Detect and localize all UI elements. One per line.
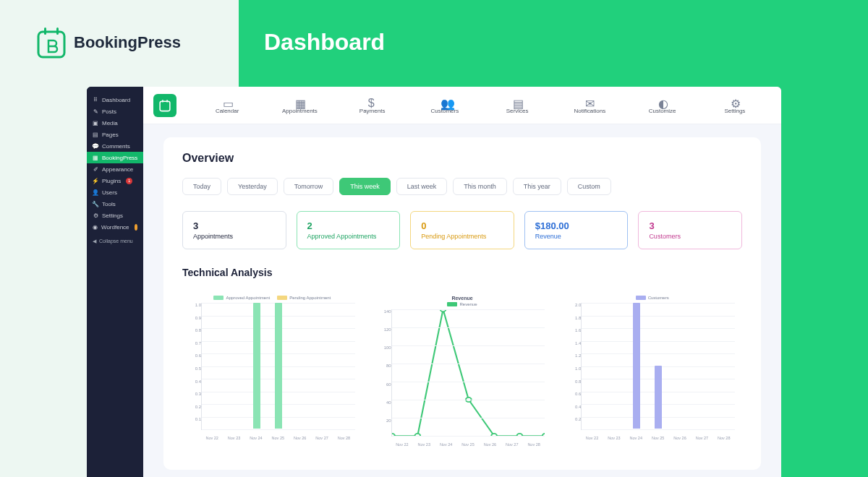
chart-legend: Customers [569, 296, 735, 300]
brand-logo: BookingPress [36, 26, 181, 59]
nav-label: Customers [431, 108, 459, 114]
app-window: ⠿Dashboard✎Posts▣Media▤Pages💬Comments▦Bo… [87, 87, 781, 477]
legend-item: Customers [636, 296, 669, 300]
nav-label: Customize [649, 108, 676, 114]
sidebar-item-media[interactable]: ▣Media [87, 117, 143, 129]
filter-yesterday[interactable]: Yesterday [227, 178, 278, 195]
stat-value: 0 [421, 220, 503, 231]
bp-icon: ▦ [93, 155, 98, 160]
nav-customize[interactable]: ◐Customize [626, 97, 699, 114]
filter-today[interactable]: Today [182, 178, 221, 195]
stat-revenue: $180.00Revenue [524, 211, 629, 249]
stat-label: Customers [649, 233, 731, 240]
pin-icon: ✎ [93, 108, 98, 114]
nav-calendar[interactable]: ▭Calendar [191, 97, 263, 114]
filter-this-month[interactable]: This month [453, 178, 507, 195]
filter-this-week[interactable]: This week [339, 178, 391, 195]
sidebar-item-label: Users [102, 189, 117, 196]
y-axis: 14012010080604020 [380, 309, 391, 447]
nav-appointments[interactable]: ▦Appointments [263, 97, 336, 114]
sidebar-item-label: Tools [102, 201, 116, 207]
filter-tomorrow[interactable]: Tomorrow [284, 178, 334, 195]
shield-icon: ◉ [93, 224, 98, 230]
technical-analysis-title: Technical Analysis [182, 267, 742, 278]
sidebar-item-label: Pages [102, 132, 119, 138]
sidebar-item-users[interactable]: 👤Users [87, 186, 143, 198]
sidebar-item-bookingpress[interactable]: ▦BookingPress [87, 152, 143, 163]
nav-customers[interactable]: 👥Customers [409, 97, 481, 114]
line-chart [392, 309, 545, 436]
payments-icon: $ [368, 97, 377, 106]
filter-last-week[interactable]: Last week [396, 178, 448, 195]
sidebar-item-appearance[interactable]: ✐Appearance [87, 163, 143, 175]
bar [275, 303, 282, 429]
settings-icon: ⚙ [731, 97, 739, 106]
wrench-icon: 🔧 [93, 201, 98, 207]
bar [253, 303, 260, 429]
sidebar-item-plugins[interactable]: ⚡Plugins1 [87, 175, 143, 186]
customers-icon: 👥 [441, 97, 449, 106]
nav-label: Services [506, 108, 529, 114]
gear-icon: ⚙ [93, 212, 98, 218]
sidebar-item-pages[interactable]: ▤Pages [87, 129, 143, 140]
chart-title: Revenue [380, 296, 545, 301]
sidebar-item-comments[interactable]: 💬Comments [87, 140, 143, 152]
chart-legend: Revenue [380, 302, 545, 306]
app-top-nav: ▭Calendar▦Appointments$Payments👥Customer… [143, 87, 781, 124]
stat-label: Revenue [535, 233, 618, 240]
sidebar-item-dashboard[interactable]: ⠿Dashboard [87, 94, 143, 106]
sidebar-item-wordfence[interactable]: ◉Wordfence [87, 221, 143, 233]
nav-payments[interactable]: $Payments [336, 97, 409, 114]
bar [633, 303, 640, 429]
nav-notifications[interactable]: ✉Notifications [553, 97, 626, 114]
chart-card: Customers2.01.81.61.41.21.00.80.60.40.2N… [562, 288, 742, 452]
collapse-menu[interactable]: ◀ Collapse menu [87, 236, 143, 246]
svg-rect-3 [160, 101, 170, 111]
legend-item: Approved Appointment [213, 296, 270, 300]
sidebar-item-label: BookingPress [102, 155, 137, 161]
app-logo[interactable] [153, 94, 176, 117]
brand-text: BookingPress [74, 33, 181, 52]
stat-approved-appointments: 2Approved Appointments [297, 211, 401, 249]
x-axis: Nov 22Nov 23Nov 24Nov 25Nov 26Nov 27Nov … [391, 442, 545, 447]
nav-services[interactable]: ▤Services [481, 97, 553, 114]
legend-item: Revenue [447, 302, 477, 306]
badge [135, 224, 137, 231]
wp-admin-sidebar: ⠿Dashboard✎Posts▣Media▤Pages💬Comments▦Bo… [87, 87, 143, 477]
sidebar-item-label: Dashboard [102, 97, 130, 103]
y-axis: 2.01.81.61.41.21.00.80.60.40.2 [569, 303, 581, 440]
overview-title: Overview [182, 152, 742, 165]
legend-item: Pending Appointment [277, 296, 331, 300]
stat-label: Appointments [193, 233, 276, 240]
nav-label: Calendar [216, 108, 239, 114]
nav-label: Settings [724, 108, 745, 114]
sidebar-item-tools[interactable]: 🔧Tools [87, 198, 143, 210]
calendar-icon: ▭ [223, 97, 231, 106]
brush-icon: ✐ [93, 166, 98, 172]
svg-rect-4 [162, 100, 163, 103]
overview-card: Overview TodayYesterdayTomorrowThis week… [163, 137, 761, 470]
page-icon: ▤ [93, 132, 98, 137]
collapse-label: Collapse menu [99, 239, 133, 244]
filter-this-year[interactable]: This year [513, 178, 561, 195]
sidebar-item-label: Plugins [102, 178, 121, 184]
stat-value: 3 [193, 220, 276, 231]
sidebar-item-label: Posts [102, 108, 116, 115]
services-icon: ▤ [513, 97, 522, 106]
chart-card: RevenueRevenue14012010080604020Nov 22Nov… [373, 288, 553, 452]
plot-area [581, 303, 735, 430]
chart-card: Approved AppointmentPending Appointment1… [182, 288, 362, 452]
plot-area [201, 303, 355, 430]
sidebar-item-posts[interactable]: ✎Posts [87, 106, 143, 117]
filter-custom[interactable]: Custom [567, 178, 611, 195]
sidebar-item-settings[interactable]: ⚙Settings [87, 210, 143, 221]
sidebar-item-label: Comments [102, 143, 130, 150]
sidebar-item-label: Media [102, 120, 118, 126]
page-title: Dashboard [264, 29, 385, 56]
stat-value: $180.00 [535, 220, 618, 231]
y-axis: 1.00.90.80.70.60.50.40.30.20.1 [190, 303, 201, 440]
nav-settings[interactable]: ⚙Settings [699, 97, 771, 114]
dashboard-icon: ⠿ [93, 97, 98, 103]
plug-icon: ⚡ [93, 178, 98, 184]
nav-label: Appointments [282, 108, 318, 114]
